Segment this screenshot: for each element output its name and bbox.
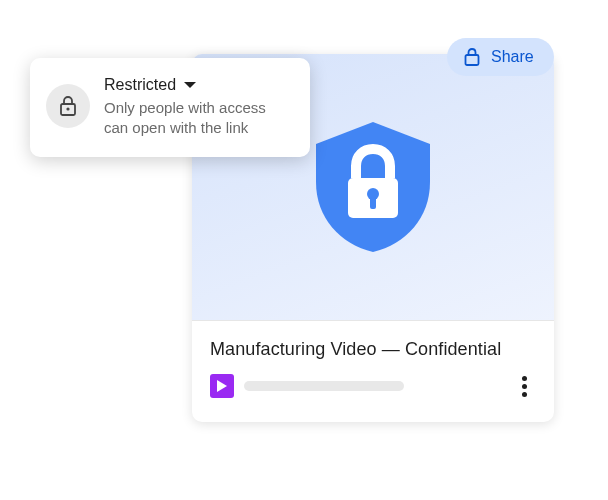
chevron-down-icon xyxy=(184,82,196,88)
file-info-section: Manufacturing Video — Confidential xyxy=(192,320,554,412)
access-level-label: Restricted xyxy=(104,76,176,94)
popover-body: Restricted Only people with access can o… xyxy=(104,76,292,139)
shield-lock-icon xyxy=(316,122,430,252)
popover-lock-circle xyxy=(46,84,90,128)
svg-rect-2 xyxy=(370,197,376,209)
lock-icon xyxy=(463,48,481,66)
access-level-description: Only people with access can open with th… xyxy=(104,98,292,139)
access-level-popover: Restricted Only people with access can o… xyxy=(30,58,310,157)
svg-point-5 xyxy=(66,107,69,110)
progress-bar xyxy=(244,381,404,391)
share-button-label: Share xyxy=(491,48,534,66)
lock-icon xyxy=(59,96,77,116)
more-options-button[interactable] xyxy=(512,374,536,398)
file-title: Manufacturing Video — Confidential xyxy=(210,339,536,360)
access-level-dropdown[interactable]: Restricted xyxy=(104,76,292,94)
share-button[interactable]: Share xyxy=(447,38,554,76)
file-meta-row xyxy=(210,374,536,398)
video-file-icon xyxy=(210,374,234,398)
svg-rect-3 xyxy=(466,55,479,65)
